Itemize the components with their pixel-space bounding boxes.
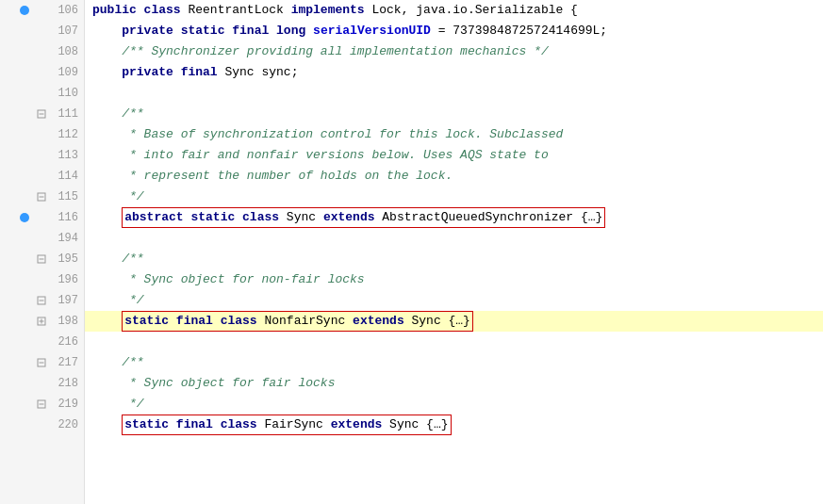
code-line: private final Sync sync; xyxy=(85,62,823,83)
fold-icon xyxy=(35,66,48,79)
fold-icon[interactable] xyxy=(35,356,48,369)
code-token xyxy=(92,270,122,289)
code-line: static final class NonfairSync extends S… xyxy=(85,311,823,332)
fold-icon xyxy=(35,45,48,58)
line-number: 218 xyxy=(52,375,78,392)
breakpoint-icon xyxy=(18,66,31,79)
line-number: 112 xyxy=(52,126,78,143)
code-line: */ xyxy=(85,187,823,207)
breakpoint-icon xyxy=(18,252,31,266)
fold-icon xyxy=(35,170,48,183)
code-line: private static final long serialVersionU… xyxy=(85,21,823,41)
breakpoint-icon xyxy=(18,335,31,349)
code-token: Sync {…} xyxy=(382,417,448,431)
fold-icon xyxy=(35,4,48,17)
code-token: final xyxy=(176,314,221,328)
code-token xyxy=(92,415,122,434)
line-number: 109 xyxy=(52,64,78,81)
code-token: * into fair and nonfair versions below. … xyxy=(122,146,548,165)
breakpoint-icon xyxy=(18,232,31,245)
line-number: 115 xyxy=(52,188,78,205)
svg-point-0 xyxy=(20,6,29,15)
line-number: 195 xyxy=(52,251,78,268)
fold-icon[interactable] xyxy=(35,315,48,328)
code-token xyxy=(92,208,122,227)
fold-icon[interactable] xyxy=(35,107,48,121)
code-token: private xyxy=(122,63,180,82)
code-token: FairSync xyxy=(264,417,330,431)
fold-icon xyxy=(35,377,48,390)
line-number: 114 xyxy=(52,168,78,185)
gutter-row: 108 xyxy=(0,41,84,62)
gutter-row: 194 xyxy=(0,228,84,249)
code-area: public class ReentrantLock implements Lo… xyxy=(85,0,823,504)
fold-icon[interactable] xyxy=(35,252,48,266)
fold-icon[interactable] xyxy=(35,190,48,203)
code-line xyxy=(85,228,823,249)
breakpoint-icon xyxy=(18,45,31,58)
gutter-row: 110 xyxy=(0,83,84,104)
code-token: */ xyxy=(122,395,143,414)
code-token: Sync {…} xyxy=(404,314,470,328)
code-editor: 1061071081091101111121131141151161941951… xyxy=(0,0,823,504)
breakpoint-icon[interactable] xyxy=(18,4,31,17)
fold-icon xyxy=(35,24,48,38)
breakpoint-icon[interactable] xyxy=(18,211,31,224)
code-token: class xyxy=(144,1,189,20)
gutter-row: 195 xyxy=(0,249,84,269)
code-token xyxy=(92,374,122,393)
code-token: extends xyxy=(353,314,404,328)
code-token: final xyxy=(232,22,276,41)
code-token: serialVersionUID xyxy=(313,22,431,41)
gutter-row: 197 xyxy=(0,290,84,311)
fold-icon xyxy=(35,87,48,100)
code-token: AbstractQueuedSynchronizer {…} xyxy=(374,210,602,224)
code-token: extends xyxy=(331,417,383,431)
code-token: static xyxy=(124,314,176,328)
code-token: * Sync object for non-fair locks xyxy=(122,270,364,289)
gutter-row: 114 xyxy=(0,166,84,187)
line-number: 106 xyxy=(52,2,78,19)
code-line: /** xyxy=(85,352,823,373)
breakpoint-icon xyxy=(18,377,31,390)
boxed-code: static final class FairSync extends Sync… xyxy=(122,415,451,435)
fold-icon xyxy=(35,418,48,431)
code-token xyxy=(92,105,122,123)
code-line: */ xyxy=(85,394,823,415)
line-number: 196 xyxy=(52,271,78,288)
code-token xyxy=(92,22,122,41)
code-token: /** xyxy=(122,353,143,372)
code-token: static xyxy=(181,22,233,41)
code-token xyxy=(92,42,122,61)
line-number: 197 xyxy=(52,292,78,309)
gutter-row: 109 xyxy=(0,62,84,83)
fold-icon[interactable] xyxy=(35,294,48,307)
line-number: 219 xyxy=(52,396,78,413)
code-token: /** Synchronizer providing all implement… xyxy=(122,42,548,61)
gutter-row: 198 xyxy=(0,311,84,332)
code-line: static final class FairSync extends Sync… xyxy=(85,415,823,435)
gutter-row: 216 xyxy=(0,332,84,352)
code-line: * Sync object for fair locks xyxy=(85,373,823,394)
code-token: extends xyxy=(323,210,375,224)
code-token: class xyxy=(221,314,265,328)
code-line: /** xyxy=(85,104,823,124)
line-number: 110 xyxy=(52,85,78,102)
code-token: abstract xyxy=(124,210,190,224)
line-number: 108 xyxy=(52,43,78,60)
code-line: * into fair and nonfair versions below. … xyxy=(85,145,823,166)
fold-icon[interactable] xyxy=(35,398,48,411)
code-token xyxy=(92,291,122,310)
gutter-row: 217 xyxy=(0,352,84,373)
code-token: final xyxy=(181,63,225,82)
code-token xyxy=(92,250,122,268)
code-token xyxy=(92,353,122,372)
code-line: public class ReentrantLock implements Lo… xyxy=(85,0,823,21)
fold-icon xyxy=(35,128,48,141)
line-number: 216 xyxy=(52,333,78,350)
code-token: private xyxy=(122,22,180,41)
code-line xyxy=(85,83,823,104)
line-number: 107 xyxy=(52,23,78,40)
gutter-row: 220 xyxy=(0,415,84,435)
code-token: class xyxy=(221,417,265,431)
